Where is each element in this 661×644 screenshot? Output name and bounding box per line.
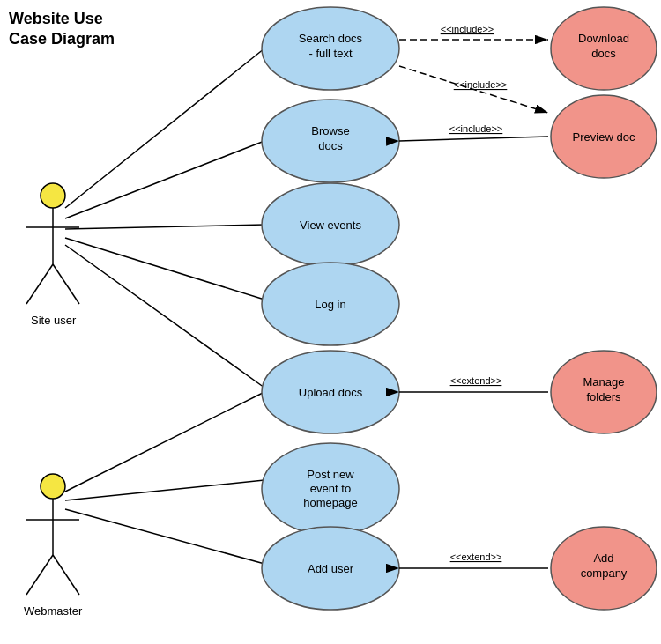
upload-docs-label: Upload docs [299,386,363,399]
svg-line-15 [65,238,264,300]
svg-line-16 [65,245,264,388]
svg-line-5 [26,264,53,304]
svg-point-2 [41,183,65,208]
download-docs-label1: Download [578,32,629,45]
svg-line-17 [65,480,264,500]
post-event-label2: event to [310,482,351,495]
post-event-label3: homepage [303,496,357,509]
svg-point-7 [41,474,65,499]
svg-line-13 [65,141,264,218]
diagram: Site user Webmaster Search docs - full t… [0,0,661,644]
svg-line-18 [65,509,264,564]
add-company-label1: Add [593,551,613,565]
svg-line-11 [53,555,79,595]
include-label-1: <<include>> [441,24,494,34]
manage-folders-label2: folders [586,390,621,403]
add-user-label: Add user [308,562,354,575]
include-label-3: <<include>> [449,123,503,134]
search-docs-label2: - full text [308,47,353,60]
manage-folders-label1: Manage [583,375,625,389]
site-user-label: Site user [31,314,77,327]
download-docs-label2: docs [591,47,616,60]
svg-line-12 [65,48,264,208]
view-events-label: View events [300,218,361,232]
extend-label-2: <<extend>> [450,551,502,562]
rel-browse-preview [399,137,548,141]
search-docs-label1: Search docs [299,32,363,45]
post-event-label1: Post new [307,468,354,481]
include-label-2: <<include>> [454,79,508,90]
preview-doc-label: Preview doc [573,130,635,144]
extend-label-1: <<extend>> [450,375,502,386]
svg-line-10 [26,555,53,595]
svg-line-6 [53,264,79,304]
browse-docs-label1: Browse [311,124,349,137]
browse-docs-label2: docs [318,139,343,152]
svg-line-14 [65,225,264,229]
log-in-label: Log in [315,298,345,311]
add-company-label2: company [581,566,628,580]
svg-line-19 [65,392,264,492]
webmaster-label: Webmaster [24,604,83,618]
